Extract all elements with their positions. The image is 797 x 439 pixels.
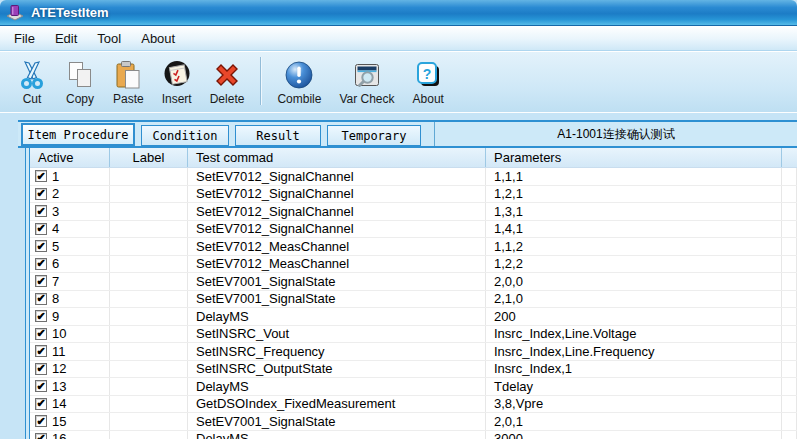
active-checkbox[interactable] [35,380,47,392]
table-row[interactable]: 8 SetEV7001_SignalState 2,1,0 [30,291,797,309]
menu-edit[interactable]: Edit [45,28,87,49]
active-checkbox[interactable] [35,223,47,235]
combile-button[interactable]: Combile [268,58,330,108]
active-checkbox[interactable] [35,188,47,200]
cut-button[interactable]: Cut [8,58,56,108]
table-row[interactable]: 16 DelayMS 3000 [30,431,797,439]
var-check-button[interactable]: Var Check [330,58,403,108]
row-parameters: 3,8,Vpre [486,396,782,413]
insert-label: Insert [162,92,192,106]
row-label [110,186,188,203]
menu-file[interactable]: File [4,28,45,49]
table-row[interactable]: 3 SetEV7012_SignalChannel 1,3,1 [30,203,797,221]
active-checkbox[interactable] [35,275,47,287]
row-extra-cell [782,378,797,395]
row-number: 6 [52,256,59,271]
row-command: DelayMS [188,431,486,439]
row-command: SetEV7012_SignalChannel [188,203,486,220]
active-checkbox[interactable] [35,433,47,439]
delete-button[interactable]: Delete [201,58,254,108]
row-parameters: 2,0,1 [486,413,782,430]
column-header-partial [782,148,797,167]
row-number: 4 [52,221,59,236]
row-label [110,326,188,343]
notepad-insert-icon [162,60,192,90]
row-number: 10 [52,326,66,341]
row-number: 2 [52,186,59,201]
tab-temporary[interactable]: Temporary [327,125,421,146]
cut-label: Cut [23,92,42,106]
about-button[interactable]: ? About [404,58,453,108]
row-command: SetEV7012_MeasChannel [188,238,486,255]
table-row[interactable]: 10 SetINSRC_Vout Insrc_Index,Line.Voltag… [30,326,797,344]
tab-condition[interactable]: Condition [141,125,229,146]
row-label [110,361,188,378]
row-parameters: 1,2,1 [486,186,782,203]
row-command: SetINSRC_OutputState [188,361,486,378]
row-parameters: 1,1,1 [486,168,782,185]
table-row[interactable]: 13 DelayMS Tdelay [30,378,797,396]
row-label [110,413,188,430]
tab-item-procedure[interactable]: Item Procedure [21,123,135,146]
about-toolbar-label: About [413,92,444,106]
column-header-label[interactable]: Label [110,148,188,167]
combile-label: Combile [277,92,321,106]
row-command: SetINSRC_Frequency [188,343,486,360]
table-row[interactable]: 6 SetEV7012_MeasChannel 1,2,2 [30,256,797,274]
column-header-active[interactable]: Active [30,148,110,167]
table-row[interactable]: 2 SetEV7012_SignalChannel 1,2,1 [30,186,797,204]
table-row[interactable]: 15 SetEV7001_SignalState 2,0,1 [30,413,797,431]
row-command: SetEV7001_SignalState [188,413,486,430]
test-item-title: A1-1001连接确认测试 [434,122,797,146]
active-checkbox[interactable] [35,293,47,305]
insert-button[interactable]: Insert [153,58,201,108]
table-row[interactable]: 4 SetEV7012_SignalChannel 1,4,1 [30,221,797,239]
row-parameters: 1,3,1 [486,203,782,220]
active-checkbox[interactable] [35,345,47,357]
tab-result[interactable]: Result [235,125,321,146]
table-row[interactable]: 12 SetINSRC_OutputState Insrc_Index,1 [30,361,797,379]
active-checkbox[interactable] [35,310,47,322]
row-extra-cell [782,291,797,308]
active-checkbox[interactable] [35,170,47,182]
column-header-test-commad[interactable]: Test commad [188,148,486,167]
table-row[interactable]: 5 SetEV7012_MeasChannel 1,1,2 [30,238,797,256]
active-checkbox[interactable] [35,398,47,410]
paste-label: Paste [113,92,144,106]
var-check-label: Var Check [339,92,394,106]
table-row[interactable]: 1 SetEV7012_SignalChannel 1,1,1 [30,168,797,186]
row-number: 8 [52,291,59,306]
row-number: 1 [52,169,59,184]
menu-about[interactable]: About [131,28,185,49]
table-row[interactable]: 11 SetINSRC_Frequency Insrc_Index,Line.F… [30,343,797,361]
row-label [110,221,188,238]
table-row[interactable]: 7 SetEV7001_SignalState 2,0,0 [30,273,797,291]
notebook-app-icon [6,4,25,21]
row-extra-cell [782,256,797,273]
active-checkbox[interactable] [35,328,47,340]
row-parameters: Insrc_Index,Line.Frequency [486,343,782,360]
row-command: DelayMS [188,378,486,395]
menu-tool[interactable]: Tool [87,28,131,49]
menu-bar: File Edit Tool About [0,26,797,51]
row-extra-cell [782,186,797,203]
row-extra-cell [782,343,797,360]
paste-button[interactable]: Paste [104,58,153,108]
row-extra-cell [782,396,797,413]
table-row[interactable]: 14 GetDSOIndex_FixedMeasurement 3,8,Vpre [30,396,797,414]
row-number: 9 [52,309,59,324]
active-checkbox[interactable] [35,258,47,270]
active-checkbox[interactable] [35,363,47,375]
active-checkbox[interactable] [35,240,47,252]
row-command: SetEV7001_SignalState [188,273,486,290]
row-number: 3 [52,204,59,219]
row-number: 13 [52,379,66,394]
column-header-parameters[interactable]: Parameters [486,148,782,167]
active-checkbox[interactable] [35,205,47,217]
row-label [110,238,188,255]
copy-button[interactable]: Copy [56,58,104,108]
active-checkbox[interactable] [35,415,47,427]
row-parameters: 2,1,0 [486,291,782,308]
row-command: SetINSRC_Vout [188,326,486,343]
table-row[interactable]: 9 DelayMS 200 [30,308,797,326]
